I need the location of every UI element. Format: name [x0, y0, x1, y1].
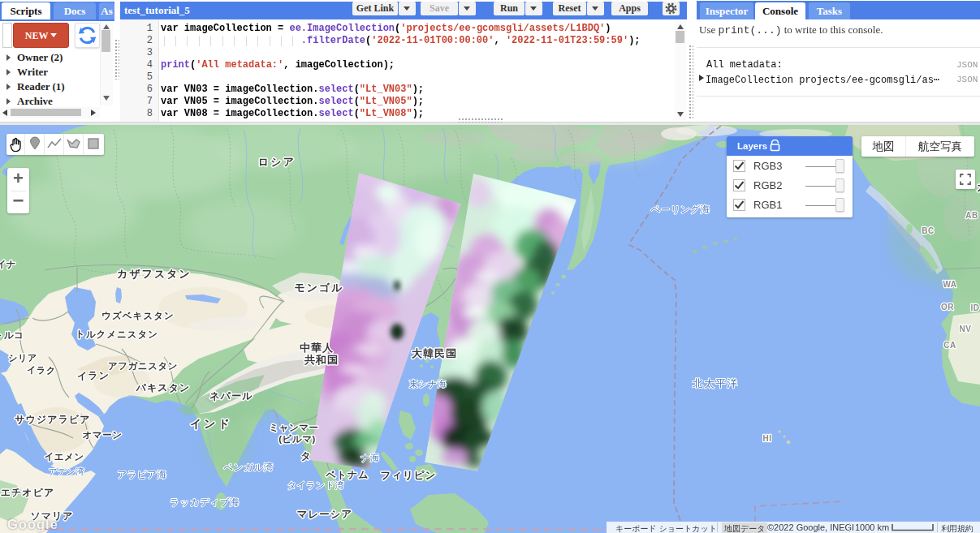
svg-text:サウジアラビア: サウジアラビア — [15, 414, 91, 425]
svg-text:ミャンマー: ミャンマー — [269, 423, 318, 432]
svg-text:ラッカディブ海: ラッカディブ海 — [170, 497, 240, 507]
svg-text:フィリピン: フィリピン — [381, 470, 437, 481]
svg-text:アデン湾: アデン湾 — [49, 466, 85, 476]
svg-text:HI: HI — [763, 434, 772, 443]
svg-text:インド: インド — [190, 417, 232, 430]
svg-text:カ: カ — [977, 181, 980, 193]
svg-text:(ビルマ): (ビルマ) — [278, 434, 315, 444]
svg-text:ネパール: ネパール — [209, 390, 253, 402]
svg-text:イエメン: イエメン — [44, 452, 84, 462]
svg-text:イラン: イラン — [77, 370, 110, 381]
svg-text:OR: OR — [941, 303, 954, 312]
svg-text:BC: BC — [922, 226, 934, 235]
svg-text:オマーン: オマーン — [83, 430, 123, 440]
svg-text:ベンガル湾: ベンガル湾 — [223, 462, 273, 472]
svg-text:CA: CA — [943, 341, 956, 350]
svg-text:NV: NV — [960, 325, 972, 333]
svg-text:WA: WA — [943, 280, 956, 289]
svg-text:ベトナム: ベトナム — [325, 469, 369, 480]
svg-text:トルクメニスタン: トルクメニスタン — [76, 329, 158, 339]
svg-text:イラク: イラク — [27, 365, 55, 375]
svg-text:中華人: 中華人 — [300, 342, 334, 354]
svg-text:マレーシア: マレーシア — [297, 509, 353, 520]
svg-text:東シナ海: 東シナ海 — [409, 379, 447, 389]
svg-text:ベーリング海: ベーリング海 — [650, 204, 710, 214]
svg-text:ID: ID — [971, 303, 980, 312]
svg-text:大韓民国: 大韓民国 — [412, 347, 457, 359]
svg-text:タ: タ — [301, 450, 312, 462]
svg-text:エチオピア: エチオピア — [1, 487, 54, 498]
svg-text:カザフスタン: カザフスタン — [117, 268, 192, 280]
svg-text:アラビア海: アラビア海 — [117, 470, 166, 479]
svg-text:イナ: イナ — [0, 260, 16, 269]
svg-text:共和国: 共和国 — [304, 354, 339, 366]
svg-text:ウズベキスタン: ウズベキスタン — [101, 311, 174, 320]
svg-text:北太平洋: 北太平洋 — [693, 377, 738, 389]
svg-text:モンゴル: モンゴル — [294, 282, 343, 294]
svg-text:ナ海: ナ海 — [360, 453, 379, 462]
svg-text:アフガニスタン: アフガニスタン — [108, 361, 178, 371]
svg-text:AB: AB — [965, 211, 978, 220]
svg-text:シリア: シリア — [8, 353, 37, 363]
svg-text:タイランド湾: タイランド湾 — [287, 480, 344, 490]
svg-text:トルコ: トルコ — [0, 330, 24, 340]
svg-text:ロシア: ロシア — [258, 156, 296, 168]
svg-text:パキスタン: パキスタン — [136, 382, 190, 393]
